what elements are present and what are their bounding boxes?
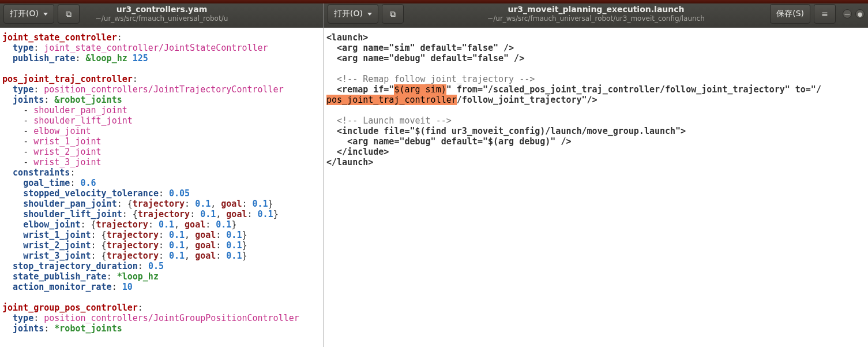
title-block-left: ur3_controllers.yam ~/ur_ws/src/fmauch_u… [96, 5, 228, 24]
code-editor-right[interactable]: <launch> <arg name="sim" default="false"… [324, 28, 868, 347]
open-button-label: 打开(O) [10, 9, 39, 19]
editor-window-left: 打开(O) ⧉ ur3_controllers.yam ~/ur_ws/src/… [0, 0, 324, 347]
title-block-right: ur3_moveit_planning_execution.launch ~/u… [487, 5, 705, 24]
close-button[interactable]: ● [855, 9, 865, 18]
new-tab-button[interactable]: ⧉ [58, 4, 80, 24]
open-button[interactable]: 打开(O) [328, 4, 378, 24]
code-editor-left[interactable]: joint_state_controller: type: joint_stat… [0, 28, 324, 347]
titlebar-right: 打开(O) ⧉ ur3_moveit_planning_execution.la… [324, 0, 868, 28]
window-title: ur3_controllers.yam [96, 5, 228, 15]
chevron-down-icon [367, 13, 372, 16]
editor-window-right: 打开(O) ⧉ ur3_moveit_planning_execution.la… [324, 0, 868, 347]
window-controls: — ● [843, 9, 865, 18]
save-button-label: 保存(S) [776, 9, 804, 19]
new-tab-button[interactable]: ⧉ [382, 4, 404, 24]
window-subtitle: ~/ur_ws/src/fmauch_universal_robot/ur3_m… [487, 14, 705, 23]
window-subtitle: ~/ur_ws/src/fmauch_universal_robot/u [96, 14, 228, 23]
minimize-button[interactable]: — [843, 9, 852, 18]
hamburger-icon: ≡ [821, 9, 828, 18]
new-tab-icon: ⧉ [66, 9, 72, 19]
chevron-down-icon [43, 13, 48, 16]
titlebar-left: 打开(O) ⧉ ur3_controllers.yam ~/ur_ws/src/… [0, 0, 324, 28]
open-button-label: 打开(O) [334, 9, 363, 19]
open-button[interactable]: 打开(O) [3, 4, 54, 24]
new-tab-icon: ⧉ [390, 9, 396, 19]
save-button[interactable]: 保存(S) [770, 4, 810, 24]
window-title: ur3_moveit_planning_execution.launch [487, 5, 705, 15]
hamburger-menu-button[interactable]: ≡ [814, 4, 836, 24]
